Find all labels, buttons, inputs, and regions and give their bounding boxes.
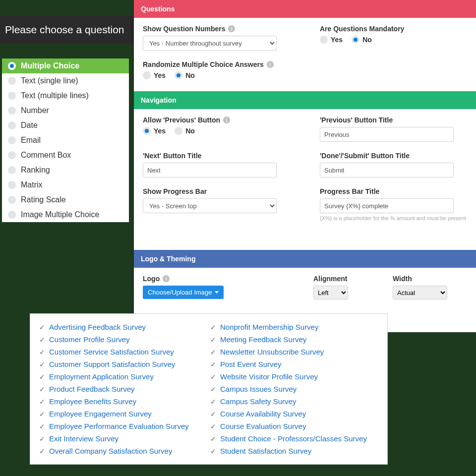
choose-question-header: Please choose a question [0,16,149,44]
choose-image-button[interactable]: Choose/Upload Image [143,286,224,299]
question-type-item[interactable]: Rating Scale [2,192,129,207]
template-link[interactable]: ✓Campus Issues Survey [210,383,378,395]
question-type-label: Multiple Choice [21,61,79,70]
template-link[interactable]: ✓Employee Engagement Survey [39,408,207,420]
mandatory-field: Are Questions Mandatory Yes No [320,25,467,51]
template-link[interactable]: ✓Employee Benefits Survey [39,395,207,408]
question-type-label: Image Multiple Choice [21,210,99,219]
template-label: Website Visitor Profile Survey [220,372,318,381]
question-type-item[interactable]: Number [2,103,129,118]
radio-icon [8,92,16,100]
template-link[interactable]: ✓Newsletter Unsubscribe Survey [210,346,378,358]
radio-icon [8,107,16,115]
question-type-item[interactable]: Image Multiple Choice [2,207,129,222]
question-type-item[interactable]: Multiple Choice [2,59,129,73]
alignment-select[interactable]: Left [313,286,348,299]
template-link[interactable]: ✓Course Availability Survey [210,408,378,420]
randomize-field: Randomize Multiple Choice Answers i Yes … [143,60,467,79]
template-label: Advertising Feedback Survey [49,323,146,331]
done-title-input[interactable] [320,163,454,178]
template-link[interactable]: ✓Nonprofit Membership Survey [210,321,378,333]
section-header-logo: Logo & Theming [134,250,476,268]
radio-icon [8,181,16,189]
allow-prev-field: Allow 'Previous' Button i Yes No [143,116,290,142]
template-link[interactable]: ✓Product Feedback Survey [39,383,207,395]
template-label: Customer Support Satisfaction Survey [49,360,175,368]
prev-title-field: 'Previous' Button Title [320,116,467,142]
radio-icon [8,136,16,144]
template-label: Overall Company Satisfaction Survey [49,447,172,455]
template-link[interactable]: ✓Overall Company Satisfaction Survey [39,445,207,457]
question-type-item[interactable]: Email [2,133,129,148]
progress-title-hint: {X%} is a placeholder for the % amount a… [320,215,467,221]
templates-panel: ✓Advertising Feedback Survey✓Customer Pr… [30,313,388,465]
question-type-item[interactable]: Text (multiple lines) [2,88,129,103]
template-link[interactable]: ✓Post Event Survey [210,358,378,370]
check-icon: ✓ [39,336,45,344]
template-label: Employee Performance Evaluation Survey [49,422,189,430]
check-icon: ✓ [210,385,216,393]
template-label: Customer Service Satisfaction Survey [49,348,174,356]
mandatory-yes-radio[interactable]: Yes [320,36,343,44]
next-title-input[interactable] [143,163,277,178]
check-icon: ✓ [210,323,216,331]
template-link[interactable]: ✓Student Satisfaction Survey [210,445,378,457]
check-icon: ✓ [39,323,45,331]
question-type-label: Number [21,106,49,115]
check-icon: ✓ [39,373,45,381]
template-link[interactable]: ✓Customer Service Satisfaction Survey [39,346,207,358]
template-link[interactable]: ✓Exit Interview Survey [39,432,207,445]
show-numbers-select[interactable]: Yes - Number throughout survey [143,36,277,51]
check-icon: ✓ [39,385,45,393]
check-icon: ✓ [210,435,216,443]
question-type-label: Matrix [21,180,43,189]
show-numbers-field: Show Question Numbers i Yes - Number thr… [143,25,290,51]
question-type-item[interactable]: Text (single line) [2,73,129,88]
check-icon: ✓ [39,410,45,418]
mandatory-no-radio[interactable]: No [352,36,372,44]
check-icon: ✓ [210,348,216,356]
template-link[interactable]: ✓Customer Support Satisfaction Survey [39,358,207,370]
check-icon: ✓ [210,410,216,418]
allow-prev-yes-radio[interactable]: Yes [143,127,166,135]
progress-bar-select[interactable]: Yes - Screen top [143,198,277,213]
progress-title-input[interactable] [320,198,454,213]
template-link[interactable]: ✓Customer Profile Survey [39,333,207,346]
template-label: Course Availability Survey [220,410,306,418]
randomize-no-radio[interactable]: No [175,71,195,79]
question-type-label: Date [21,121,38,130]
info-icon[interactable]: i [267,61,274,68]
question-type-item[interactable]: Matrix [2,178,129,192]
question-type-label: Text (single line) [21,76,78,85]
width-field: Width Actual [393,275,467,299]
question-type-item[interactable]: Date [2,118,129,133]
question-type-item[interactable]: Ranking [2,163,129,178]
alignment-field: Alignment Left [313,275,388,299]
info-icon[interactable]: i [223,117,230,123]
template-link[interactable]: ✓Advertising Feedback Survey [39,321,207,333]
settings-column: Questions Show Question Numbers i Yes - … [134,0,476,332]
template-link[interactable]: ✓Student Choice - Professors/Classes Sur… [210,432,378,445]
check-icon: ✓ [39,398,45,406]
randomize-yes-radio[interactable]: Yes [143,71,166,79]
template-label: Employee Benefits Survey [49,397,136,406]
width-select[interactable]: Actual [393,286,447,299]
template-link[interactable]: ✓Employee Performance Evaluation Survey [39,420,207,432]
radio-icon [8,62,16,70]
template-link[interactable]: ✓Course Evaluation Survey [210,420,378,432]
template-label: Customer Profile Survey [49,335,130,344]
info-icon[interactable]: i [163,275,170,282]
template-link[interactable]: ✓Employment Application Survey [39,370,207,383]
question-type-item[interactable]: Comment Box [2,148,129,163]
template-label: Exit Interview Survey [49,434,119,443]
prev-title-input[interactable] [320,127,454,142]
template-link[interactable]: ✓Website Visitor Profile Survey [210,370,378,383]
question-type-label: Email [21,136,41,145]
done-title-field: 'Done'/'Submit' Button Title [320,152,467,178]
check-icon: ✓ [39,447,45,455]
template-link[interactable]: ✓Meeting Feedback Survey [210,333,378,346]
question-type-label: Text (multiple lines) [21,91,89,100]
template-link[interactable]: ✓Campus Safety Survey [210,395,378,408]
info-icon[interactable]: i [228,25,235,32]
allow-prev-no-radio[interactable]: No [175,127,195,135]
